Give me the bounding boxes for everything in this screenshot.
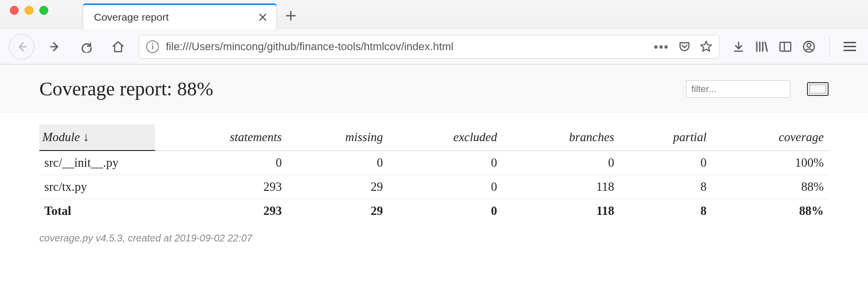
cell-excluded: 0: [388, 199, 502, 223]
table-row: src/tx.py 293 29 0 118 8 88%: [39, 175, 829, 199]
more-actions-button[interactable]: •••: [654, 40, 669, 54]
page-header-right: [686, 80, 829, 98]
page-header: Coverage report: 88%: [0, 64, 868, 113]
star-icon: [700, 40, 713, 53]
footer-text: coverage.py v4.5.3, created at 2019-09-0…: [39, 223, 829, 244]
col-partial[interactable]: partial: [619, 124, 712, 150]
zoom-window-button[interactable]: [39, 6, 48, 15]
cell-excluded: 0: [388, 175, 502, 199]
col-module[interactable]: Module ↓: [39, 124, 155, 150]
pocket-icon: [678, 40, 691, 53]
coverage-table: Module ↓ statements missing excluded bra…: [39, 124, 829, 223]
url-bar[interactable]: i •••: [139, 35, 720, 59]
library-button[interactable]: [755, 41, 768, 53]
account-button[interactable]: [803, 40, 815, 53]
cell-coverage: 100%: [712, 150, 829, 175]
tabs: Coverage report: [83, 0, 305, 29]
cell-module[interactable]: src/__init__.py: [39, 150, 155, 175]
cell-total-label: Total: [39, 199, 155, 223]
sidebar-button[interactable]: [779, 41, 792, 52]
pocket-button[interactable]: [678, 40, 691, 53]
toolbar: i •••: [0, 29, 868, 64]
cell-missing: 0: [287, 150, 388, 175]
toolbar-right: [730, 37, 859, 57]
cell-statements: 0: [155, 150, 287, 175]
site-info-icon[interactable]: i: [146, 40, 159, 53]
downloads-button[interactable]: [733, 41, 744, 53]
keyboard-shortcuts-button[interactable]: [807, 82, 829, 96]
cell-missing: 29: [287, 199, 388, 223]
home-button[interactable]: [107, 36, 129, 58]
cell-partial: 8: [619, 199, 712, 223]
home-icon: [112, 40, 124, 53]
cell-missing: 29: [287, 175, 388, 199]
separator: [829, 37, 830, 57]
cell-module[interactable]: src/tx.py: [39, 175, 155, 199]
page: Coverage report: 88% Module ↓ statements…: [0, 64, 868, 244]
bookmark-button[interactable]: [700, 40, 713, 53]
cell-branches: 118: [502, 199, 619, 223]
col-coverage[interactable]: coverage: [712, 124, 829, 150]
cell-statements: 293: [155, 199, 287, 223]
table-header-row: Module ↓ statements missing excluded bra…: [39, 124, 829, 150]
browser-chrome: Coverage report i •••: [0, 0, 868, 64]
svg-point-3: [807, 43, 811, 47]
cell-branches: 118: [502, 175, 619, 199]
reload-icon: [81, 41, 93, 53]
tab-close-button[interactable]: [257, 13, 269, 21]
table-total-row: Total 293 29 0 118 8 88%: [39, 199, 829, 223]
plus-icon: [286, 11, 296, 21]
close-icon: [259, 13, 267, 21]
cell-statements: 293: [155, 175, 287, 199]
urlbar-page-actions: •••: [654, 40, 713, 54]
new-tab-button[interactable]: [277, 3, 305, 29]
svg-rect-0: [780, 42, 791, 51]
cell-coverage: 88%: [712, 199, 829, 223]
arrow-left-icon: [16, 41, 28, 53]
cell-partial: 8: [619, 175, 712, 199]
title-percent: 88%: [177, 78, 213, 100]
cell-partial: 0: [619, 150, 712, 175]
account-icon: [803, 40, 815, 53]
table-row: src/__init__.py 0 0 0 0 0 100%: [39, 150, 829, 175]
hamburger-icon: [843, 42, 856, 51]
col-branches[interactable]: branches: [502, 124, 619, 150]
cell-branches: 0: [502, 150, 619, 175]
url-input[interactable]: [166, 40, 647, 53]
col-missing[interactable]: missing: [287, 124, 388, 150]
forward-button[interactable]: [44, 36, 66, 58]
close-window-button[interactable]: [10, 6, 19, 15]
title-prefix: Coverage report:: [39, 78, 172, 100]
page-title: Coverage report: 88%: [39, 77, 213, 100]
tab-strip: Coverage report: [0, 0, 868, 29]
download-icon: [733, 41, 744, 53]
window-controls: [7, 0, 53, 29]
cell-coverage: 88%: [712, 175, 829, 199]
content: Module ↓ statements missing excluded bra…: [0, 113, 868, 244]
tab-coverage-report[interactable]: Coverage report: [83, 3, 277, 29]
reload-button[interactable]: [76, 36, 97, 58]
menu-button[interactable]: [843, 42, 856, 51]
arrow-right-icon: [49, 41, 61, 53]
minimize-window-button[interactable]: [25, 6, 33, 15]
sidebar-icon: [779, 41, 792, 52]
col-statements[interactable]: statements: [155, 124, 287, 150]
cell-excluded: 0: [388, 150, 502, 175]
tab-title: Coverage report: [94, 11, 169, 23]
library-icon: [755, 41, 768, 53]
filter-input[interactable]: [686, 80, 790, 98]
back-button[interactable]: [9, 34, 34, 60]
col-excluded[interactable]: excluded: [388, 124, 502, 150]
